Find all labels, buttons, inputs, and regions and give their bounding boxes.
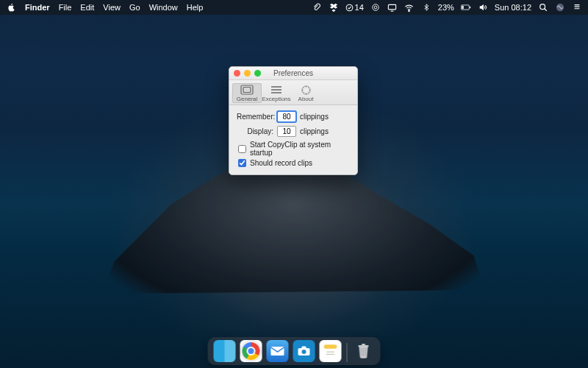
dock-finder[interactable]: [214, 340, 236, 362]
svg-rect-3: [389, 4, 396, 10]
remember-unit: clippings: [300, 113, 329, 121]
dock-notes[interactable]: [320, 340, 342, 362]
menu-window[interactable]: Window: [149, 3, 178, 12]
prefs-body: Remember: clippings Display: clippings S…: [229, 105, 357, 174]
apple-menu-icon[interactable]: [6, 2, 16, 13]
dock-chrome[interactable]: [240, 340, 262, 362]
startup-checkbox-label: Start CopyClip at system startup: [250, 141, 350, 157]
dock-mail[interactable]: [267, 340, 289, 362]
svg-rect-7: [462, 6, 463, 9]
menu-file[interactable]: File: [59, 3, 72, 12]
svg-rect-18: [324, 344, 337, 349]
display-label: Display:: [237, 127, 273, 135]
display-icon[interactable]: [387, 2, 398, 13]
svg-rect-19: [359, 345, 369, 347]
siri-icon[interactable]: [555, 2, 565, 13]
dock-trash[interactable]: [353, 340, 375, 362]
paperclip-icon[interactable]: [312, 2, 322, 13]
menu-edit[interactable]: Edit: [80, 3, 94, 12]
svg-point-4: [409, 10, 409, 11]
window-title: Preferences: [229, 69, 357, 77]
exceptions-icon: [270, 85, 283, 95]
spotlight-icon[interactable]: [538, 2, 548, 13]
wifi-icon[interactable]: [404, 2, 415, 13]
svg-point-1: [373, 4, 379, 11]
status-count-badge[interactable]: 14: [345, 3, 364, 12]
notification-center-icon[interactable]: [572, 2, 582, 13]
menubar-app-name[interactable]: Finder: [25, 3, 50, 12]
dock: [208, 337, 381, 365]
menu-view[interactable]: View: [103, 3, 121, 12]
svg-point-16: [302, 350, 306, 354]
record-checkbox-label: Should record clips: [250, 159, 312, 167]
menubar-clock[interactable]: Sun 08:12: [495, 3, 531, 12]
status-count-value: 14: [355, 3, 364, 12]
battery-icon[interactable]: [461, 2, 471, 13]
bluetooth-icon[interactable]: [421, 2, 431, 13]
prefs-toolbar: General Exceptions About: [229, 80, 357, 105]
dock-screenshot[interactable]: [293, 340, 315, 362]
startup-checkbox[interactable]: [238, 145, 246, 153]
svg-rect-15: [302, 347, 306, 349]
tab-general-label: General: [237, 96, 257, 102]
svg-rect-10: [241, 85, 253, 94]
about-icon: [299, 85, 312, 95]
tab-about[interactable]: About: [291, 83, 320, 103]
svg-point-2: [374, 6, 377, 9]
tab-general[interactable]: General: [232, 83, 262, 103]
svg-point-0: [346, 4, 353, 11]
tab-exceptions-label: Exceptions: [262, 96, 290, 102]
target-icon[interactable]: [370, 2, 381, 13]
display-unit: clippings: [300, 127, 329, 135]
preferences-window: Preferences General Exceptions About Rem…: [229, 66, 358, 175]
svg-rect-20: [362, 344, 365, 345]
dock-separator: [347, 343, 348, 362]
menubar: Finder File Edit View Go Window Help 14 …: [0, 0, 588, 15]
svg-rect-13: [271, 347, 284, 355]
window-titlebar[interactable]: Preferences: [229, 67, 357, 80]
tab-about-label: About: [298, 96, 314, 102]
svg-rect-6: [470, 7, 470, 9]
record-checkbox[interactable]: [238, 159, 246, 167]
volume-icon[interactable]: [478, 2, 488, 13]
svg-point-8: [540, 4, 545, 10]
remember-input[interactable]: [277, 111, 296, 122]
remember-label: Remember:: [237, 113, 273, 121]
general-icon: [240, 85, 254, 95]
tab-exceptions[interactable]: Exceptions: [262, 83, 291, 103]
battery-percent[interactable]: 23%: [438, 3, 454, 12]
display-input[interactable]: [277, 126, 296, 137]
menu-go[interactable]: Go: [129, 3, 140, 12]
svg-rect-11: [243, 88, 251, 93]
menu-help[interactable]: Help: [187, 3, 204, 12]
dropbox-icon[interactable]: [329, 2, 339, 13]
